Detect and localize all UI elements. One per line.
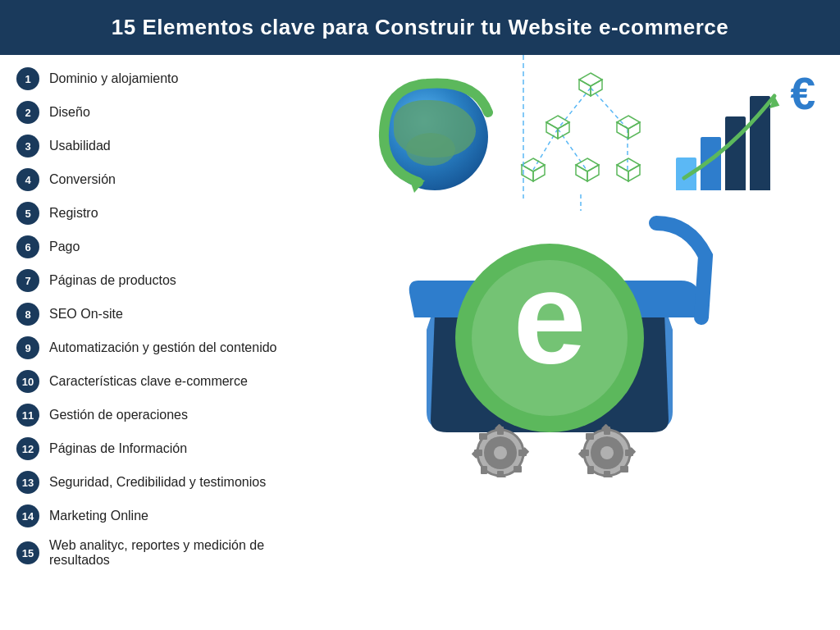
svg-marker-13 — [617, 116, 640, 129]
badge-3: 3 — [16, 135, 39, 158]
vertical-dashed-line — [515, 55, 532, 199]
cart-illustration: e — [377, 182, 738, 486]
list-item-15: 15Web analityc, reportes y medición de r… — [16, 534, 328, 572]
list-item-14: 14Marketing Online — [16, 500, 328, 532]
svg-marker-19 — [576, 158, 599, 171]
svg-marker-15 — [617, 122, 628, 139]
svg-marker-14 — [628, 122, 640, 139]
chart-arrow-svg — [676, 84, 783, 190]
svg-rect-44 — [481, 466, 487, 474]
svg-marker-11 — [558, 122, 569, 139]
list-item-7: 7Páginas de productos — [16, 265, 328, 296]
svg-rect-58 — [586, 433, 594, 440]
svg-rect-42 — [514, 466, 522, 472]
chart-area: € — [676, 67, 815, 199]
list-item-5: 5Registro — [16, 198, 328, 229]
item-text-1: Dominio y alojamiento — [49, 71, 178, 86]
list-item-10: 10Características clave e-commerce — [16, 366, 328, 397]
svg-point-32 — [494, 446, 507, 459]
list-item-12: 12Páginas de Información — [16, 433, 328, 464]
item-text-11: Gestión de operaciones — [49, 408, 188, 422]
left-panel: 1Dominio y alojamiento2Diseño3Usabilidad… — [0, 55, 345, 628]
svg-marker-17 — [533, 165, 545, 181]
item-text-15: Web analityc, reportes y medición de res… — [49, 538, 328, 568]
badge-6: 6 — [16, 235, 39, 258]
box-mid-right — [614, 112, 643, 142]
list-item-6: 6Pago — [16, 231, 328, 262]
badge-8: 8 — [16, 303, 39, 326]
list-item-11: 11Gestión de operaciones — [16, 399, 328, 431]
svg-marker-10 — [546, 116, 569, 129]
cart-svg: e — [377, 182, 722, 477]
badge-1: 1 — [16, 67, 39, 90]
list-item-3: 3Usabilidad — [16, 130, 328, 162]
item-text-8: SEO On-site — [49, 307, 123, 322]
box-mid-left — [543, 112, 573, 142]
item-text-14: Marketing Online — [49, 509, 148, 523]
badge-5: 5 — [16, 202, 39, 225]
badge-11: 11 — [16, 404, 39, 427]
svg-marker-21 — [576, 165, 587, 181]
list-item-1: 1Dominio y alojamiento — [16, 63, 328, 94]
item-text-13: Seguridad, Credibilidad y testimonios — [49, 475, 266, 490]
list-item-2: 2Diseño — [16, 97, 328, 128]
svg-point-35 — [600, 446, 614, 459]
box-top — [576, 70, 605, 99]
main-container: 15 Elementos clave para Construir tu Web… — [0, 0, 840, 630]
svg-rect-54 — [620, 466, 628, 472]
svg-text:e: e — [514, 244, 587, 390]
list-item-9: 9Automatización y gestión del contenido — [16, 332, 328, 363]
item-text-10: Características clave e-commerce — [49, 374, 248, 389]
svg-marker-22 — [617, 158, 640, 171]
content-area: 1Dominio y alojamiento2Diseño3Usabilidad… — [0, 55, 840, 628]
svg-marker-24 — [617, 165, 628, 181]
box-bot-right — [614, 155, 643, 185]
svg-marker-8 — [591, 80, 602, 96]
badge-7: 7 — [16, 269, 39, 292]
badge-2: 2 — [16, 101, 39, 124]
page-header: 15 Elementos clave para Construir tu Web… — [0, 0, 840, 55]
svg-marker-20 — [587, 165, 599, 181]
svg-rect-56 — [587, 466, 594, 474]
right-panel: € — [345, 55, 840, 628]
badge-9: 9 — [16, 336, 39, 359]
item-text-2: Diseño — [49, 105, 90, 120]
svg-marker-7 — [579, 73, 602, 86]
svg-marker-9 — [579, 80, 591, 96]
svg-marker-12 — [546, 122, 558, 139]
badge-13: 13 — [16, 471, 39, 494]
badge-4: 4 — [16, 168, 39, 191]
list-item-8: 8SEO On-site — [16, 299, 328, 330]
badge-12: 12 — [16, 437, 39, 460]
item-text-5: Registro — [49, 206, 98, 221]
item-text-7: Páginas de productos — [49, 273, 176, 288]
svg-rect-46 — [479, 433, 487, 440]
svg-marker-23 — [628, 165, 640, 181]
item-text-3: Usabilidad — [49, 139, 111, 153]
item-text-6: Pago — [49, 240, 80, 254]
badge-14: 14 — [16, 504, 39, 527]
box-bot-center — [573, 155, 602, 185]
header-title: 15 Elementos clave para Construir tu Web… — [112, 15, 728, 39]
euro-sign: € — [790, 71, 815, 116]
list-item-4: 4Conversión — [16, 164, 328, 195]
badge-10: 10 — [16, 370, 39, 393]
item-text-9: Automatización y gestión del contenido — [49, 340, 277, 355]
badge-15: 15 — [16, 541, 39, 564]
item-text-4: Conversión — [49, 172, 116, 187]
item-text-12: Páginas de Información — [49, 441, 187, 456]
list-item-13: 13Seguridad, Credibilidad y testimonios — [16, 467, 328, 498]
